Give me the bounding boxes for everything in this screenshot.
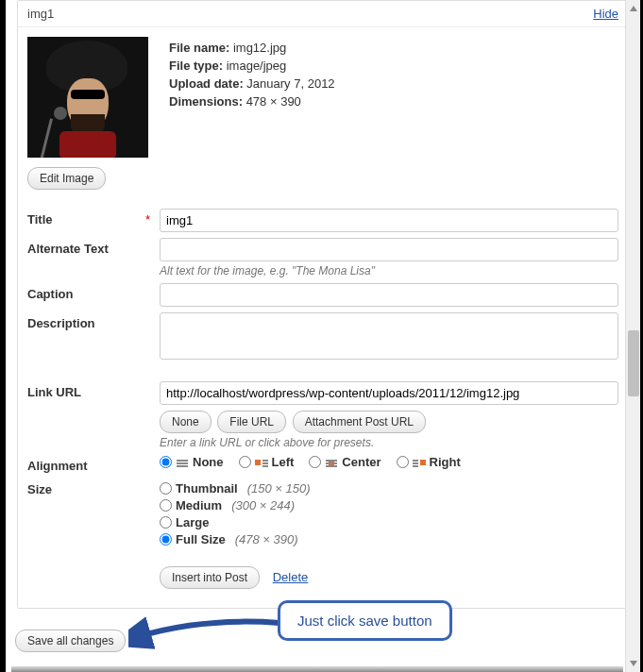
align-none-radio[interactable] [160, 456, 172, 468]
required-indicator: * [145, 212, 150, 227]
annotation-arrow-icon [128, 608, 289, 655]
align-none-option[interactable]: None [160, 455, 224, 469]
link-file-button[interactable]: File URL [217, 411, 286, 433]
title-label: Title [27, 212, 53, 227]
file-type: image/jpeg [227, 59, 287, 73]
alt-help: Alt text for the image, e.g. "The Mona L… [160, 264, 618, 277]
scroll-up-icon[interactable] [630, 6, 637, 11]
delete-link[interactable]: Delete [273, 570, 309, 584]
align-center-radio[interactable] [309, 456, 321, 468]
file-type-label: File type: [169, 59, 223, 73]
size-medium-radio[interactable] [160, 499, 172, 512]
link-post-button[interactable]: Attachment Post URL [293, 411, 426, 433]
link-label: Link URL [27, 381, 160, 399]
link-help: Enter a link URL or click above for pres… [160, 436, 618, 449]
align-right-option[interactable]: Right [397, 455, 461, 469]
annotation-callout: Just click save button [278, 600, 452, 641]
alt-input[interactable] [160, 238, 618, 261]
size-full-option[interactable]: Full Size(478 × 390) [160, 532, 618, 546]
attachment-meta: File name: img12.jpg File type: image/jp… [169, 37, 335, 158]
size-label: Size [27, 479, 160, 496]
size-large-radio[interactable] [160, 516, 172, 529]
align-none-icon [176, 458, 189, 467]
align-center-icon [325, 458, 338, 467]
link-none-button[interactable]: None [160, 411, 212, 433]
alt-label: Alternate Text [27, 238, 160, 256]
align-left-icon [255, 458, 268, 467]
size-thumbnail-radio[interactable] [160, 482, 172, 495]
size-thumbnail-option[interactable]: Thumbnail(150 × 150) [160, 481, 618, 496]
caption-label: Caption [27, 283, 160, 301]
align-right-radio[interactable] [397, 456, 409, 468]
insert-into-post-button[interactable]: Insert into Post [160, 566, 260, 589]
dimensions-label: Dimensions: [169, 94, 243, 109]
size-full-radio[interactable] [160, 533, 172, 546]
align-right-icon [413, 458, 426, 467]
size-large-option[interactable]: Large [160, 515, 618, 529]
edit-image-button[interactable]: Edit Image [27, 167, 106, 190]
align-left-radio[interactable] [239, 456, 251, 468]
scrollbar[interactable] [625, 0, 640, 672]
size-medium-option[interactable]: Medium(300 × 244) [160, 498, 618, 512]
align-left-option[interactable]: Left [239, 455, 295, 469]
file-name: img12.jpg [233, 41, 286, 55]
attachment-thumbnail [27, 37, 148, 158]
scroll-down-icon[interactable] [630, 661, 637, 666]
dimensions: 478 × 390 [246, 94, 301, 109]
align-center-option[interactable]: Center [309, 455, 381, 469]
title-input[interactable] [160, 209, 618, 232]
bottom-shadow [11, 666, 623, 672]
description-input[interactable] [160, 312, 618, 360]
caption-input[interactable] [160, 283, 618, 307]
scrollbar-thumb[interactable] [628, 330, 639, 396]
upload-date-label: Upload date: [169, 76, 244, 91]
panel-title: img1 [27, 7, 54, 21]
hide-link[interactable]: Hide [593, 7, 618, 21]
file-name-label: File name: [169, 41, 229, 55]
upload-date: January 7, 2012 [246, 76, 334, 91]
description-label: Description [27, 312, 160, 330]
save-all-changes-button[interactable]: Save all changes [15, 630, 126, 652]
alignment-label: Alignment [27, 455, 160, 473]
link-url-input[interactable] [160, 381, 618, 405]
